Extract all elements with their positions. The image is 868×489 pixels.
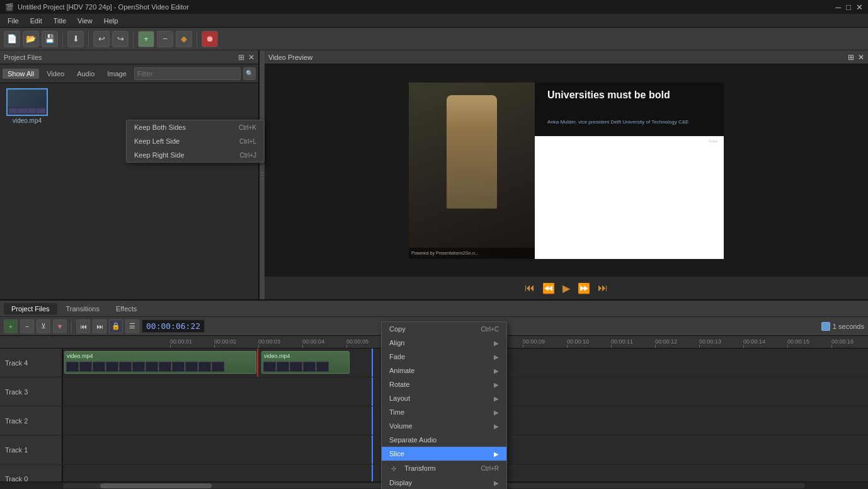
track-playhead <box>372 435 373 464</box>
timeline-toggle-button[interactable]: ⊻ <box>37 319 50 333</box>
project-files-title: Project Files <box>4 54 42 61</box>
menu-help[interactable]: Help <box>99 16 123 26</box>
menu-file[interactable]: File <box>3 16 24 26</box>
filter-audio[interactable]: Audio <box>72 69 100 79</box>
ctx-fade-arrow: ▶ <box>494 354 499 360</box>
open-button[interactable]: 📂 <box>23 31 39 47</box>
clip-film-strip-2 <box>262 360 349 373</box>
ctx-animate[interactable]: Animate ▶ <box>382 364 506 377</box>
timeline-toggle2-button[interactable]: ☰ <box>125 319 139 333</box>
redo-button[interactable]: ↪ <box>112 31 128 47</box>
filter-image[interactable]: Image <box>102 69 132 79</box>
tab-transitions[interactable]: Transitions <box>59 303 107 314</box>
ctx-slice[interactable]: Slice ▶ <box>382 447 506 461</box>
ctx-keep-left-side[interactable]: Keep Left Side Ctrl+L <box>127 134 264 148</box>
seconds-color-box <box>821 322 830 331</box>
new-button[interactable]: 📄 <box>4 31 20 47</box>
ctx-align-label: Align <box>389 339 404 347</box>
save-button[interactable]: 💾 <box>42 31 58 47</box>
import-button[interactable]: ⬇ <box>67 31 84 47</box>
play-button[interactable]: ▶ <box>562 282 570 294</box>
ctx-transform[interactable]: ⊹ Transform Ctrl+R <box>382 461 506 476</box>
timeline-remove-button[interactable]: − <box>20 319 34 333</box>
film-frame <box>185 362 198 372</box>
undo-button[interactable]: ↩ <box>93 31 110 47</box>
clip-video-2[interactable]: video.mp4 <box>261 351 350 374</box>
filter-video[interactable]: Video <box>42 69 69 79</box>
menu-bar: File Edit Title View Help <box>0 14 868 28</box>
ctx-display[interactable]: Display ▶ <box>382 476 506 489</box>
ctx-align[interactable]: Align ▶ <box>382 336 506 350</box>
clip-film-strip-1 <box>65 360 256 373</box>
preview-panel-dock-icon[interactable]: ⊞ <box>848 53 854 62</box>
timeline-lock-button[interactable]: 🔒 <box>109 319 123 333</box>
ctx-separate-audio[interactable]: Separate Audio <box>382 433 506 447</box>
scroll-thumb[interactable] <box>100 483 212 488</box>
film-frame <box>290 362 302 372</box>
ctx-fade[interactable]: Fade ▶ <box>382 350 506 364</box>
file-item-video-mp4[interactable]: video.mp4 <box>5 88 49 124</box>
preview-panel-close-icon[interactable]: ✕ <box>858 53 864 62</box>
slide-logo: Anke <box>709 139 717 143</box>
ctx-keep-both-sides[interactable]: Keep Both Sides Ctrl+K <box>127 120 264 134</box>
film-frame <box>277 362 289 372</box>
title-bar: 🎬 Untitled Project [HDV 720 24p] - OpenS… <box>0 0 868 14</box>
menu-view[interactable]: View <box>72 16 98 26</box>
timeline-end-button[interactable]: ⏭ <box>93 319 106 333</box>
slide-title: Universities must be bold <box>547 89 717 102</box>
maximize-button[interactable]: □ <box>846 3 851 12</box>
track-label-1: Track 1 <box>0 435 63 464</box>
ctx-rotate[interactable]: Rotate ▶ <box>382 377 506 391</box>
ctx-keep-left-side-label: Keep Left Side <box>134 137 180 145</box>
separator-4 <box>197 32 197 47</box>
project-files-toolbar: Show All Video Audio Image 🔍 <box>0 64 258 83</box>
ctx-animate-arrow: ▶ <box>494 367 499 374</box>
seconds-label: 1 seconds <box>821 322 864 331</box>
slice-submenu: Keep Both Sides Ctrl+K Keep Left Side Ct… <box>126 120 265 163</box>
panel-dock-icon[interactable]: ⊞ <box>238 53 244 62</box>
video-speaker-area <box>409 83 535 259</box>
ctx-layout-arrow: ▶ <box>494 395 499 402</box>
ruler-tick: 00:00:11 <box>611 338 633 348</box>
add-track-button[interactable]: + <box>138 31 154 47</box>
video-preview-area: Conversations2Go mediastv oat eat Univer… <box>265 64 868 277</box>
ctx-slice-arrow: ▶ <box>494 451 499 457</box>
ctx-time[interactable]: Time ▶ <box>382 405 506 419</box>
ctx-layout[interactable]: Layout ▶ <box>382 391 506 405</box>
filter-input[interactable] <box>134 67 241 80</box>
ctx-copy[interactable]: Copy Ctrl+C <box>382 322 506 336</box>
timeline-add-button[interactable]: + <box>4 319 18 333</box>
export-button[interactable]: ⏺ <box>202 31 218 47</box>
timeline-collapse-button[interactable]: ▼ <box>53 319 67 333</box>
project-files-title-area: Project Files <box>4 54 42 61</box>
marker-button[interactable]: ◆ <box>176 31 192 47</box>
menu-title[interactable]: Title <box>49 16 71 26</box>
filter-show-all[interactable]: Show All <box>3 69 39 79</box>
rewind-to-start-button[interactable]: ⏮ <box>525 282 535 294</box>
minimize-button[interactable]: ─ <box>835 3 841 12</box>
title-bar-controls[interactable]: ─ □ ✕ <box>835 3 863 12</box>
timeline-start-button[interactable]: ⏮ <box>76 319 90 333</box>
ruler-tick: 00:00:04 <box>302 338 324 348</box>
track-label-0: Track 0 <box>0 464 63 481</box>
remove-track-button[interactable]: − <box>157 31 173 47</box>
panel-close-icon[interactable]: ✕ <box>248 53 254 62</box>
project-files-header: Project Files ⊞ ✕ <box>0 50 258 64</box>
menu-edit[interactable]: Edit <box>25 16 47 26</box>
forward-to-end-button[interactable]: ⏭ <box>598 282 608 294</box>
clip-video-1[interactable]: video.mp4 <box>64 351 256 374</box>
ctx-keep-right-side[interactable]: Keep Right Side Ctrl+J <box>127 148 264 162</box>
tab-project-files[interactable]: Project Files <box>4 303 57 314</box>
ruler-tick: 00:00:15 <box>787 338 809 348</box>
close-button[interactable]: ✕ <box>856 3 863 12</box>
ctx-volume[interactable]: Volume ▶ <box>382 419 506 433</box>
video-controls: ⏮ ⏪ ▶ ⏩ ⏭ <box>265 277 868 299</box>
ctx-slice-label: Slice <box>389 450 404 457</box>
tab-effects[interactable]: Effects <box>108 303 144 314</box>
ctx-volume-arrow: ▶ <box>494 423 499 430</box>
app-icon: 🎬 <box>5 3 14 11</box>
panel-resize-handle[interactable]: ⋮ <box>260 50 265 299</box>
rewind-button[interactable]: ⏪ <box>542 282 555 294</box>
filter-search-button[interactable]: 🔍 <box>243 67 256 80</box>
fast-forward-button[interactable]: ⏩ <box>578 282 590 294</box>
